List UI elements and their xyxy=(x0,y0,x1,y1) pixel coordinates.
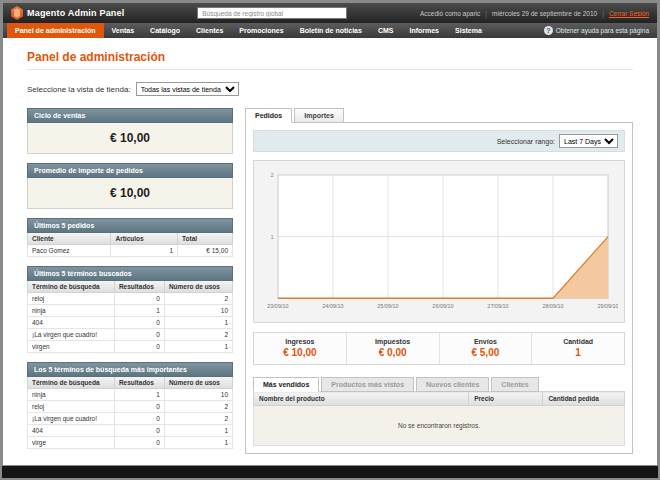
page-title: Panel de administración xyxy=(27,50,633,64)
table-row[interactable]: 404 0 1 xyxy=(28,425,233,437)
logout-link[interactable]: Cerrar Sesión xyxy=(609,10,649,17)
separator: | xyxy=(485,10,487,17)
tab-mas-vendidos[interactable]: Más vendidos xyxy=(253,377,319,392)
svg-text:29/09/10: 29/09/10 xyxy=(597,303,618,309)
table-cell: 1 xyxy=(114,305,164,317)
tab-clientes[interactable]: Clientes xyxy=(491,377,538,392)
table-cell: 1 xyxy=(164,317,232,329)
top-search-table: Término de búsqueda Resultados Número de… xyxy=(27,377,233,449)
column-header: Cliente xyxy=(28,233,111,245)
magento-logo-icon xyxy=(11,6,23,20)
table-row[interactable]: virgen 0 1 xyxy=(28,341,233,353)
tab-productos-mas-vistos[interactable]: Productos más vistos xyxy=(321,377,414,392)
table-row[interactable]: reloj 0 2 xyxy=(28,401,233,413)
table-row[interactable]: ¡La virgen que cuadro! 0 2 xyxy=(28,329,233,341)
logo-text: Magento Admin Panel xyxy=(27,8,124,18)
stat-value: 1 xyxy=(532,347,624,358)
average-orders-value: € 10,00 xyxy=(27,178,233,209)
panel-last-search-terms: Últimos 5 términos buscados Término de b… xyxy=(27,266,233,353)
nav-item-informes[interactable]: Informes xyxy=(401,23,447,38)
svg-text:26/09/10: 26/09/10 xyxy=(432,303,453,309)
table-cell: 1 xyxy=(164,341,232,353)
table-cell: 0 xyxy=(114,401,164,413)
tab-pedidos[interactable]: Pedidos xyxy=(245,108,292,123)
nav-item-cms[interactable]: CMS xyxy=(370,23,402,38)
table-row[interactable]: 404 0 1 xyxy=(28,317,233,329)
top-header: Magento Admin Panel Accedió como aparic … xyxy=(3,3,657,23)
table-cell: ninja xyxy=(28,305,115,317)
panel-title: Los 5 términos de búsqueda más important… xyxy=(27,362,233,377)
store-view-label: Seleccione la vista de tienda: xyxy=(27,85,131,94)
store-view-select[interactable]: Todas las vistas de tienda xyxy=(136,82,239,96)
svg-text:1: 1 xyxy=(271,234,275,240)
table-row[interactable]: Paco Gomez 1 € 15,00 xyxy=(28,245,233,257)
dashboard-sidebar: Ciclo de ventas € 10,00 Promedio de impo… xyxy=(27,108,233,458)
stat-cantidad: Cantidad 1 xyxy=(531,333,624,364)
table-cell: ¡La virgen que cuadro! xyxy=(28,413,115,425)
table-cell: 1 xyxy=(164,425,232,437)
table-row[interactable]: reloj 0 2 xyxy=(28,293,233,305)
table-row[interactable]: ninja 1 10 xyxy=(28,305,233,317)
tab-nuevos-clientes[interactable]: Nuevos clientes xyxy=(416,377,489,392)
table-cell: 1 xyxy=(164,437,232,449)
column-header: Artículos xyxy=(111,233,178,245)
panel-title: Ciclo de ventas xyxy=(27,108,233,123)
svg-text:24/09/10: 24/09/10 xyxy=(322,303,343,309)
diagram-tabs: Pedidos Importes xyxy=(245,108,633,122)
bestsellers-table: Nombre del producto Precio Cantidad pedi… xyxy=(253,391,625,446)
table-cell: 0 xyxy=(114,437,164,449)
nav-item-boletin-noticias[interactable]: Boletín de noticias xyxy=(292,23,370,38)
global-search-input[interactable] xyxy=(197,7,347,19)
separator: | xyxy=(602,10,604,17)
current-date-text: miércoles 29 de septiembre de 2010 xyxy=(492,10,597,17)
diagram-panel: Seleccionar rango: Last 7 Days 23/09/102… xyxy=(245,122,633,454)
table-cell: 0 xyxy=(114,413,164,425)
range-bar: Seleccionar rango: Last 7 Days xyxy=(253,130,625,152)
table-header-row: Término de búsqueda Resultados Número de… xyxy=(28,281,233,293)
range-label: Seleccionar rango: xyxy=(497,138,555,145)
stat-value: € 10,00 xyxy=(254,347,346,358)
nav-item-ventas[interactable]: Ventas xyxy=(104,23,143,38)
range-select[interactable]: Last 7 Days xyxy=(559,134,618,148)
tab-importes[interactable]: Importes xyxy=(294,108,344,123)
panel-title: Últimos 5 términos buscados xyxy=(27,266,233,281)
column-header: Total xyxy=(178,233,233,245)
table-cell: 2 xyxy=(164,293,232,305)
dashboard-main: Pedidos Importes Seleccionar rango: Last… xyxy=(245,108,633,454)
main-nav: Panel de administración Ventas Catálogo … xyxy=(3,23,657,38)
table-cell: 2 xyxy=(164,329,232,341)
page-help-link[interactable]: ? Obtener ayuda para esta página xyxy=(544,23,653,38)
nav-item-panel-administracion[interactable]: Panel de administración xyxy=(7,23,104,38)
grid-tabs: Más vendidos Productos más vistos Nuevos… xyxy=(253,377,625,391)
column-header: Término de búsqueda xyxy=(28,377,115,389)
panel-average-orders: Promedio de importe de pedidos € 10,00 xyxy=(27,163,233,209)
stat-label: Ingresos xyxy=(254,338,346,345)
table-cell: virgen xyxy=(28,341,115,353)
stat-envios: Envíos € 5,00 xyxy=(439,333,532,364)
nav-item-catalogo[interactable]: Catálogo xyxy=(142,23,188,38)
magento-logo: Magento Admin Panel xyxy=(11,6,124,20)
totals-bar: Ingresos € 10,00 Impuestos € 0,00 Envíos… xyxy=(253,332,625,365)
table-cell: ¡La virgen que cuadro! xyxy=(28,329,115,341)
table-row[interactable]: ninja 1 10 xyxy=(28,389,233,401)
panel-top-search-terms: Los 5 términos de búsqueda más important… xyxy=(27,362,233,449)
orders-chart: 23/09/1024/09/1025/09/1026/09/1027/09/10… xyxy=(253,160,625,323)
table-row[interactable]: ¡La virgen que cuadro! 0 2 xyxy=(28,413,233,425)
table-cell: reloj xyxy=(28,293,115,305)
table-row[interactable]: virge 0 1 xyxy=(28,437,233,449)
stat-label: Envíos xyxy=(440,338,532,345)
stat-value: € 0,00 xyxy=(347,347,439,358)
table-cell: 10 xyxy=(164,305,232,317)
table-cell: reloj xyxy=(28,401,115,413)
table-cell: 0 xyxy=(114,317,164,329)
table-cell: 1 xyxy=(114,389,164,401)
last-search-table: Término de búsqueda Resultados Número de… xyxy=(27,281,233,353)
nav-item-sistema[interactable]: Sistema xyxy=(447,23,490,38)
table-cell: 0 xyxy=(114,293,164,305)
svg-text:27/09/10: 27/09/10 xyxy=(487,303,508,309)
svg-text:23/09/10: 23/09/10 xyxy=(267,303,288,309)
table-cell: € 15,00 xyxy=(178,245,233,257)
nav-item-promociones[interactable]: Promociones xyxy=(231,23,291,38)
nav-item-clientes[interactable]: Clientes xyxy=(188,23,231,38)
lifetime-sales-value: € 10,00 xyxy=(27,123,233,154)
